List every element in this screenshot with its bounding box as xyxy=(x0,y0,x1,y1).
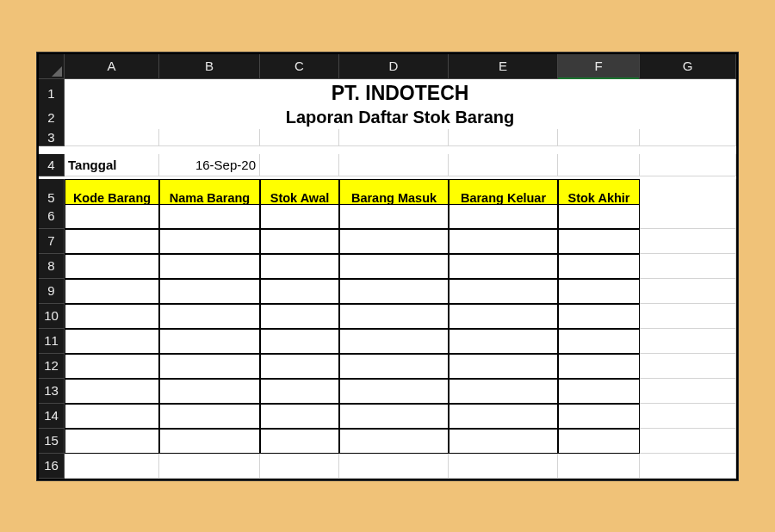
table-cell-12-1[interactable] xyxy=(159,354,260,379)
table-cell-13-2[interactable] xyxy=(260,379,339,404)
table-cell-6-5[interactable] xyxy=(558,204,640,229)
table-cell-7-4[interactable] xyxy=(449,229,558,254)
table-cell-7-1[interactable] xyxy=(159,229,260,254)
table-cell-9-0[interactable] xyxy=(65,279,159,304)
cell-8-G[interactable] xyxy=(640,254,736,279)
cell-15-G[interactable] xyxy=(640,429,736,454)
cell-9-G[interactable] xyxy=(640,279,736,304)
table-cell-13-0[interactable] xyxy=(65,379,159,404)
column-header-G[interactable]: G xyxy=(640,54,736,79)
select-all-corner[interactable] xyxy=(39,54,65,79)
table-cell-9-4[interactable] xyxy=(449,279,558,304)
date-label[interactable]: Tanggal xyxy=(65,154,159,176)
table-cell-9-3[interactable] xyxy=(339,279,449,304)
row-header-13[interactable]: 13 xyxy=(39,379,65,404)
table-cell-10-3[interactable] xyxy=(339,304,449,329)
cell-16-1[interactable] xyxy=(159,454,260,479)
table-cell-10-5[interactable] xyxy=(558,304,640,329)
row-header-15[interactable]: 15 xyxy=(39,429,65,454)
row-header-12[interactable]: 12 xyxy=(39,354,65,379)
table-cell-11-4[interactable] xyxy=(449,329,558,354)
row-header-11[interactable]: 11 xyxy=(39,329,65,354)
row-header-14[interactable]: 14 xyxy=(39,404,65,429)
table-cell-10-4[interactable] xyxy=(449,304,558,329)
table-cell-6-3[interactable] xyxy=(339,204,449,229)
column-header-A[interactable]: A xyxy=(65,54,159,79)
table-cell-14-1[interactable] xyxy=(159,404,260,429)
cell-4-2[interactable] xyxy=(260,154,339,176)
table-cell-13-3[interactable] xyxy=(339,379,449,404)
table-cell-13-5[interactable] xyxy=(558,379,640,404)
row-header-4[interactable]: 4 xyxy=(39,154,65,176)
spreadsheet-grid[interactable]: ABCDEFG1PT. INDOTECH2Laporan Daftar Stok… xyxy=(39,54,736,479)
table-cell-11-0[interactable] xyxy=(65,329,159,354)
cell-3-0[interactable] xyxy=(65,129,159,146)
table-cell-12-2[interactable] xyxy=(260,354,339,379)
table-cell-10-2[interactable] xyxy=(260,304,339,329)
cell-3-3[interactable] xyxy=(339,129,449,146)
row-header-2[interactable]: 2 xyxy=(39,104,65,132)
table-cell-14-0[interactable] xyxy=(65,404,159,429)
cell-4-6[interactable] xyxy=(640,154,736,176)
table-cell-6-4[interactable] xyxy=(449,204,558,229)
table-cell-9-1[interactable] xyxy=(159,279,260,304)
cell-11-G[interactable] xyxy=(640,329,736,354)
table-cell-11-1[interactable] xyxy=(159,329,260,354)
table-cell-14-4[interactable] xyxy=(449,404,558,429)
date-value[interactable]: 16-Sep-20 xyxy=(159,154,260,176)
cell-10-G[interactable] xyxy=(640,304,736,329)
row-header-7[interactable]: 7 xyxy=(39,229,65,254)
table-cell-8-4[interactable] xyxy=(449,254,558,279)
table-cell-15-1[interactable] xyxy=(159,429,260,454)
cell-13-G[interactable] xyxy=(640,379,736,404)
cell-16-2[interactable] xyxy=(260,454,339,479)
table-cell-9-2[interactable] xyxy=(260,279,339,304)
row-header-9[interactable]: 9 xyxy=(39,279,65,304)
cell-16-5[interactable] xyxy=(558,454,640,479)
table-cell-11-3[interactable] xyxy=(339,329,449,354)
row-header-16[interactable]: 16 xyxy=(39,454,65,479)
table-cell-7-5[interactable] xyxy=(558,229,640,254)
table-cell-14-2[interactable] xyxy=(260,404,339,429)
table-cell-11-5[interactable] xyxy=(558,329,640,354)
cell-14-G[interactable] xyxy=(640,404,736,429)
column-header-F[interactable]: F xyxy=(558,54,640,79)
row-header-8[interactable]: 8 xyxy=(39,254,65,279)
table-cell-10-0[interactable] xyxy=(65,304,159,329)
column-header-D[interactable]: D xyxy=(339,54,449,79)
cell-16-6[interactable] xyxy=(640,454,736,479)
table-cell-6-2[interactable] xyxy=(260,204,339,229)
table-cell-14-5[interactable] xyxy=(558,404,640,429)
table-cell-8-2[interactable] xyxy=(260,254,339,279)
table-cell-15-3[interactable] xyxy=(339,429,449,454)
table-cell-9-5[interactable] xyxy=(558,279,640,304)
cell-12-G[interactable] xyxy=(640,354,736,379)
table-cell-11-2[interactable] xyxy=(260,329,339,354)
cell-4-3[interactable] xyxy=(339,154,449,176)
cell-3-5[interactable] xyxy=(558,129,640,146)
table-cell-12-0[interactable] xyxy=(65,354,159,379)
column-header-E[interactable]: E xyxy=(449,54,558,79)
column-header-C[interactable]: C xyxy=(260,54,339,79)
cell-4-5[interactable] xyxy=(558,154,640,176)
table-cell-6-1[interactable] xyxy=(159,204,260,229)
table-cell-6-0[interactable] xyxy=(65,204,159,229)
row-header-6[interactable]: 6 xyxy=(39,204,65,229)
table-cell-7-0[interactable] xyxy=(65,229,159,254)
table-cell-15-4[interactable] xyxy=(449,429,558,454)
cell-3-1[interactable] xyxy=(159,129,260,146)
table-cell-12-5[interactable] xyxy=(558,354,640,379)
cell-6-G[interactable] xyxy=(640,204,736,229)
table-cell-15-0[interactable] xyxy=(65,429,159,454)
table-cell-14-3[interactable] xyxy=(339,404,449,429)
table-cell-13-4[interactable] xyxy=(449,379,558,404)
row-header-3[interactable]: 3 xyxy=(39,129,65,146)
cell-7-G[interactable] xyxy=(640,229,736,254)
cell-16-3[interactable] xyxy=(339,454,449,479)
table-cell-12-4[interactable] xyxy=(449,354,558,379)
table-cell-10-1[interactable] xyxy=(159,304,260,329)
table-cell-15-2[interactable] xyxy=(260,429,339,454)
table-cell-15-5[interactable] xyxy=(558,429,640,454)
cell-16-4[interactable] xyxy=(449,454,558,479)
table-cell-8-5[interactable] xyxy=(558,254,640,279)
